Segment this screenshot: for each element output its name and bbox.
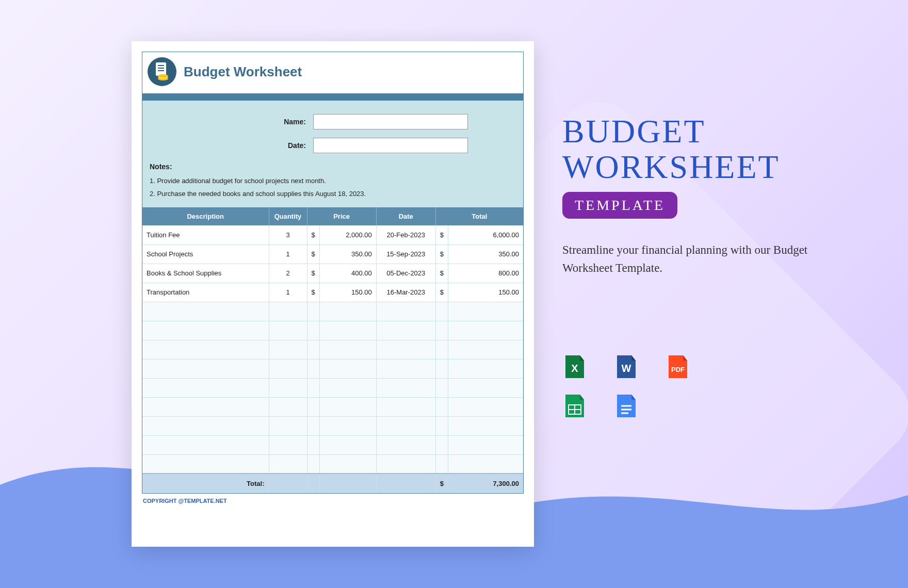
col-total: Total [435,207,523,225]
name-label: Name: [198,118,306,126]
format-excel-icon[interactable]: X [562,354,587,379]
svg-text:W: W [622,363,631,374]
col-quantity: Quantity [269,207,307,225]
promo-line1: BUDGET [562,113,706,150]
date-label: Date: [198,141,306,150]
note-2: 2. Purchase the needed books and school … [150,188,516,201]
table-row-empty [142,340,523,359]
cell-price-currency: $ [307,264,319,283]
cell-total-currency: $ [435,283,448,302]
cell-price: 400.00 [319,264,376,283]
cell-quantity: 2 [269,264,307,283]
budget-logo-icon [148,57,176,86]
date-row: Date: [150,138,516,153]
cell-price-currency: $ [307,225,319,244]
cell-date: 20-Feb-2023 [376,225,435,244]
name-row: Name: [150,114,516,129]
cell-total-currency: $ [435,264,448,283]
table-header-row: Description Quantity Price Date Total [142,207,523,225]
format-google-docs-icon[interactable] [614,394,639,418]
table-row-empty [142,416,523,435]
cell-date: 15-Sep-2023 [376,244,435,264]
cell-description: Books & School Supplies [142,264,269,283]
document-header: Budget Worksheet [142,52,523,93]
table-row: Books & School Supplies2$400.0005-Dec-20… [142,264,523,283]
cell-price-currency: $ [307,283,319,302]
cell-price-currency: $ [307,244,319,264]
total-currency: $ [435,473,448,493]
table-row-empty [142,435,523,454]
cell-quantity: 3 [269,225,307,244]
svg-rect-1 [156,62,166,76]
grand-total: 7,300.00 [448,473,523,493]
cell-total: 350.00 [448,244,523,264]
cell-total: 150.00 [448,283,523,302]
cell-description: Tuition Fee [142,225,269,244]
col-date: Date [376,207,435,225]
cell-total-currency: $ [435,225,448,244]
format-pdf-icon[interactable]: PDF [666,354,690,379]
total-label: Total: [142,473,269,493]
svg-point-7 [158,74,168,77]
col-description: Description [142,207,269,225]
header-band [142,93,523,101]
table-row: School Projects1$350.0015-Sep-2023$350.0… [142,244,523,264]
promo-headline: BUDGET WORKSHEET [562,113,820,185]
table-row-empty [142,397,523,416]
cell-price: 150.00 [319,283,376,302]
table-row-empty [142,378,523,397]
col-price: Price [307,207,376,225]
cell-total: 800.00 [448,264,523,283]
cell-price: 2,000.00 [319,225,376,244]
svg-text:X: X [571,363,578,374]
table-row-empty [142,321,523,340]
cell-total-currency: $ [435,244,448,264]
cell-quantity: 1 [269,244,307,264]
table-row-empty [142,454,523,473]
budget-table: Description Quantity Price Date Total Tu… [142,207,523,493]
cell-price: 350.00 [319,244,376,264]
promo-subtitle: Streamline your financial planning with … [562,241,820,277]
note-1: 1. Provide additional budget for school … [150,175,516,188]
table-row: Tuition Fee3$2,000.0020-Feb-2023$6,000.0… [142,225,523,244]
table-row-empty [142,359,523,378]
promo-panel: BUDGET WORKSHEET TEMPLATE Streamline you… [562,113,820,418]
table-row: Transportation1$150.0016-Mar-2023$150.00 [142,283,523,302]
table-row-empty [142,302,523,321]
cell-quantity: 1 [269,283,307,302]
name-input[interactable] [313,114,468,129]
document-preview: Budget Worksheet Name: Date: Notes: 1. P… [132,41,534,547]
notes-heading: Notes: [150,162,516,171]
date-input[interactable] [313,138,468,153]
cell-total: 6,000.00 [448,225,523,244]
format-word-icon[interactable]: W [614,354,639,379]
format-icons: XWPDF [562,354,820,418]
table-total-row: Total:$7,300.00 [142,473,523,493]
promo-line2: WORKSHEET [562,149,780,185]
cell-description: Transportation [142,283,269,302]
cell-date: 16-Mar-2023 [376,283,435,302]
template-badge: TEMPLATE [562,192,677,219]
cell-description: School Projects [142,244,269,264]
document-title: Budget Worksheet [184,64,302,80]
copyright-text: COPYRIGHT @TEMPLATE.NET [143,498,524,504]
svg-text:PDF: PDF [671,366,685,373]
notes-list: 1. Provide additional budget for school … [150,175,516,200]
format-google-sheets-icon[interactable] [562,394,587,418]
cell-date: 05-Dec-2023 [376,264,435,283]
